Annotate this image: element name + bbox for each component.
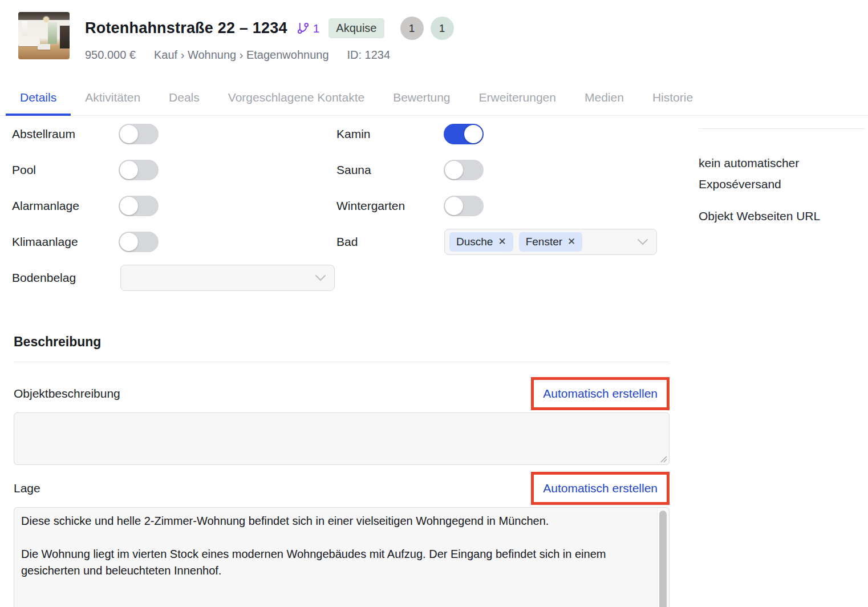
property-thumbnail[interactable] (18, 12, 70, 59)
chevron-down-icon (315, 274, 326, 281)
lage-value: Diese schicke und helle 2-Zimmer-Wohnung… (14, 508, 669, 584)
status-badge[interactable]: Akquise (328, 18, 384, 38)
thumbnail-detail (18, 36, 40, 46)
tab-aktivitaeten[interactable]: Aktivitäten (71, 79, 155, 115)
property-price: 950.000 € (85, 48, 136, 62)
beschreibung-section: Beschreibung Objektbeschreibung Automati… (14, 334, 670, 607)
pool-toggle[interactable] (119, 160, 159, 180)
objektbeschreibung-row: Objektbeschreibung Automatisch erstellen (14, 377, 670, 410)
bodenbelag-select[interactable] (120, 265, 335, 291)
field-label: Abstellraum (12, 127, 119, 141)
objekt-webseiten-url-label: Objekt Webseiten URL (699, 209, 865, 223)
objektbeschreibung-value (14, 412, 44, 432)
chip-label: Dusche (456, 236, 493, 248)
scrollbar-track[interactable] (657, 508, 668, 607)
klimaanlage-toggle[interactable] (119, 232, 159, 252)
property-header: Rotenhahnstraße 22 – 1234 1 Akquise 1 1 … (18, 12, 454, 62)
form-row-bad: Bad Dusche ✕ Fenster ✕ (336, 224, 670, 260)
lage-textarea[interactable]: Diese schicke und helle 2-Zimmer-Wohnung… (14, 507, 670, 607)
git-branch-icon (297, 22, 310, 35)
tab-historie[interactable]: Historie (638, 79, 707, 115)
page-title: Rotenhahnstraße 22 – 1234 (85, 19, 287, 37)
thumbnail-detail (60, 26, 70, 48)
chip-remove-icon[interactable]: ✕ (567, 237, 575, 246)
tab-medien[interactable]: Medien (570, 79, 638, 115)
thumbnail-detail (48, 22, 57, 44)
object-id: ID: 1234 (347, 48, 391, 62)
alarmanlage-toggle[interactable] (119, 196, 159, 216)
lage-label: Lage (14, 481, 40, 495)
bad-chip-fenster: Fenster ✕ (519, 232, 583, 252)
chip-remove-icon[interactable]: ✕ (498, 237, 506, 246)
section-heading: Beschreibung (14, 334, 670, 350)
tab-deals[interactable]: Deals (155, 79, 214, 115)
tab-vorgeschlagene-kontakte[interactable]: Vorgeschlagene Kontakte (214, 79, 379, 115)
linked-objects-count: 1 (313, 22, 320, 35)
field-label: Sauna (336, 163, 444, 177)
counter-badge-gray[interactable]: 1 (400, 17, 424, 40)
objektbeschreibung-textarea[interactable] (14, 412, 670, 465)
linked-objects-button[interactable]: 1 (297, 22, 320, 35)
form-row-klimaanlage: Klimaanlage (12, 224, 336, 260)
field-label: Klimaanlage (12, 235, 119, 249)
highlight-box: Automatisch erstellen (531, 377, 670, 410)
tab-erweiterungen[interactable]: Erweiterungen (465, 79, 570, 115)
field-label: Wintergarten (336, 199, 444, 213)
field-label: Kamin (336, 127, 444, 141)
form-row-wintergarten: Wintergarten (336, 188, 670, 224)
highlight-box: Automatisch erstellen (531, 472, 670, 505)
breadcrumb: Kauf › Wohnung › Etagenwohnung (154, 48, 329, 62)
thumbnail-detail (43, 17, 49, 22)
tab-bewertung[interactable]: Bewertung (379, 79, 464, 115)
bad-chip-dusche: Dusche ✕ (449, 232, 513, 252)
field-label: Alarmanlage (12, 199, 119, 213)
form-row-kamin: Kamin (336, 116, 670, 152)
scrollbar-thumb[interactable] (659, 511, 667, 607)
wintergarten-toggle[interactable] (444, 196, 484, 216)
resize-handle-icon[interactable] (660, 456, 667, 463)
divider (14, 362, 670, 362)
right-sidebar: kein automatischer Exposéversand Objekt … (699, 128, 865, 223)
form-row-bodenbelag: Bodenbelag (12, 260, 336, 296)
features-form: Abstellraum Pool Alarmanlage Klimaanlage… (0, 116, 670, 296)
chip-label: Fenster (526, 236, 562, 248)
field-label: Bodenbelag (12, 271, 119, 285)
abstellraum-toggle[interactable] (119, 124, 159, 144)
field-label: Bad (336, 235, 444, 249)
tab-details[interactable]: Details (6, 79, 71, 115)
expose-versand-note: kein automatischer Exposéversand (699, 152, 835, 195)
form-row-abstellraum: Abstellraum (12, 116, 336, 152)
field-label: Pool (12, 163, 119, 177)
objektbeschreibung-label: Objektbeschreibung (14, 387, 120, 400)
thumbnail-detail (38, 44, 50, 50)
tab-bar: Details Aktivitäten Deals Vorgeschlagene… (0, 79, 868, 116)
sauna-toggle[interactable] (444, 160, 484, 180)
form-row-sauna: Sauna (336, 152, 670, 188)
auto-create-location-button[interactable]: Automatisch erstellen (543, 481, 658, 495)
bad-multiselect[interactable]: Dusche ✕ Fenster ✕ (444, 229, 657, 255)
lage-row: Lage Automatisch erstellen (14, 472, 670, 505)
form-row-pool: Pool (12, 152, 336, 188)
counter-badge-green[interactable]: 1 (431, 17, 454, 40)
auto-create-description-button[interactable]: Automatisch erstellen (543, 387, 658, 400)
kamin-toggle[interactable] (444, 124, 484, 144)
chevron-down-icon (637, 238, 648, 245)
form-row-alarmanlage: Alarmanlage (12, 188, 336, 224)
